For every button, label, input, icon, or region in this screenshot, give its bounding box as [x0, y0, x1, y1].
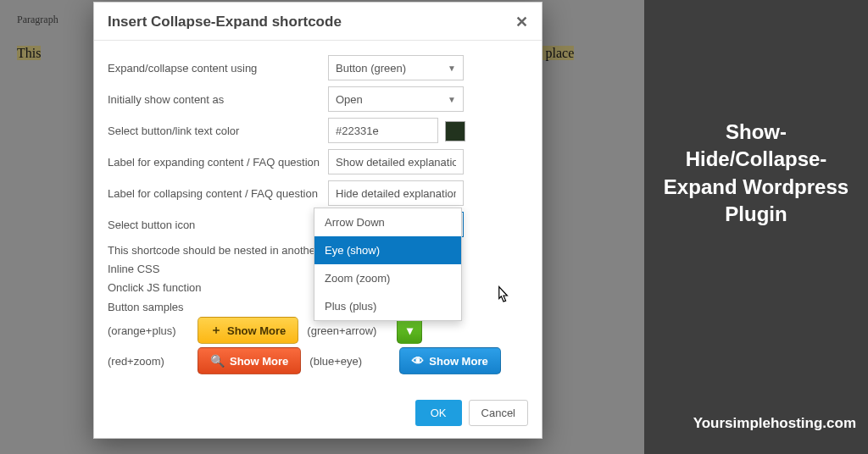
modal-footer: OK Cancel — [94, 391, 542, 438]
cancel-button[interactable]: Cancel — [469, 400, 528, 426]
sample-tag-green: (green+arrow) — [307, 324, 388, 337]
caret-down-icon: ▼ — [448, 64, 456, 73]
icon-select-dropdown: Arrow Down Eye (show) Zoom (zoom) Plus (… — [314, 208, 462, 321]
ok-button[interactable]: OK — [415, 400, 462, 426]
sample-button-red[interactable]: 🔍 Show More — [198, 347, 301, 374]
cursor-pointer-icon — [492, 284, 515, 307]
color-label: Select button/link text color — [108, 125, 328, 137]
sample-button-label: Show More — [429, 355, 487, 368]
sample-tag-orange: (orange+plus) — [108, 324, 189, 337]
method-label: Expand/collapse content using — [108, 62, 328, 75]
initial-label: Initially show content as — [108, 93, 328, 106]
icon-option-arrow-down[interactable]: Arrow Down — [314, 208, 461, 236]
sample-button-label: Show More — [230, 355, 288, 368]
modal-header: Insert Collapse-Expand shortcode ✕ — [94, 3, 542, 41]
promo-headline: Show-Hide/Collapse-Expand Wordpress Plug… — [656, 119, 856, 229]
sample-button-blue[interactable]: 👁 Show More — [399, 347, 500, 374]
sample-button-label: Show More — [227, 324, 286, 337]
initial-value: Open — [336, 93, 363, 106]
promo-site: Yoursimplehosting.com — [656, 415, 856, 432]
icon-option-eye[interactable]: Eye (show) — [314, 236, 461, 264]
expand-label-input[interactable] — [328, 149, 464, 174]
sample-tag-blue: (blue+eye) — [309, 355, 391, 368]
sample-button-orange[interactable]: ＋ Show More — [198, 317, 298, 344]
collapse-label-field[interactable] — [336, 181, 456, 205]
promo-panel: Show-Hide/Collapse-Expand Wordpress Plug… — [644, 0, 868, 454]
arrow-down-icon: ▾ — [407, 324, 413, 337]
method-value: Button (green) — [336, 62, 406, 75]
zoom-icon: 🔍 — [210, 354, 225, 368]
inline-css-label: Inline CSS — [108, 263, 328, 275]
expand-label-field[interactable] — [336, 150, 456, 174]
eye-icon: 👁 — [412, 354, 424, 368]
button-samples: (orange+plus) ＋ Show More (green+arrow) … — [108, 317, 528, 374]
color-input[interactable] — [328, 118, 438, 143]
expand-label-label: Label for expanding content / FAQ questi… — [108, 156, 328, 169]
color-input-field[interactable] — [336, 119, 431, 142]
method-select[interactable]: Button (green) ▼ — [328, 55, 464, 80]
onclick-label: Onclick JS function — [108, 281, 328, 294]
sample-tag-red: (red+zoom) — [108, 355, 189, 368]
plus-icon: ＋ — [210, 323, 222, 338]
caret-down-icon: ▼ — [448, 95, 456, 104]
icon-option-zoom[interactable]: Zoom (zoom) — [314, 264, 461, 292]
collapse-label-input[interactable] — [328, 180, 464, 206]
collapse-label-label: Label for collapsing content / FAQ quest… — [108, 187, 328, 200]
color-swatch[interactable] — [445, 121, 465, 141]
modal-title: Insert Collapse-Expand shortcode — [108, 14, 342, 30]
close-icon[interactable]: ✕ — [515, 13, 528, 31]
initial-select[interactable]: Open ▼ — [328, 86, 464, 112]
icon-label: Select button icon — [108, 219, 328, 231]
icon-option-plus[interactable]: Plus (plus) — [314, 292, 461, 320]
